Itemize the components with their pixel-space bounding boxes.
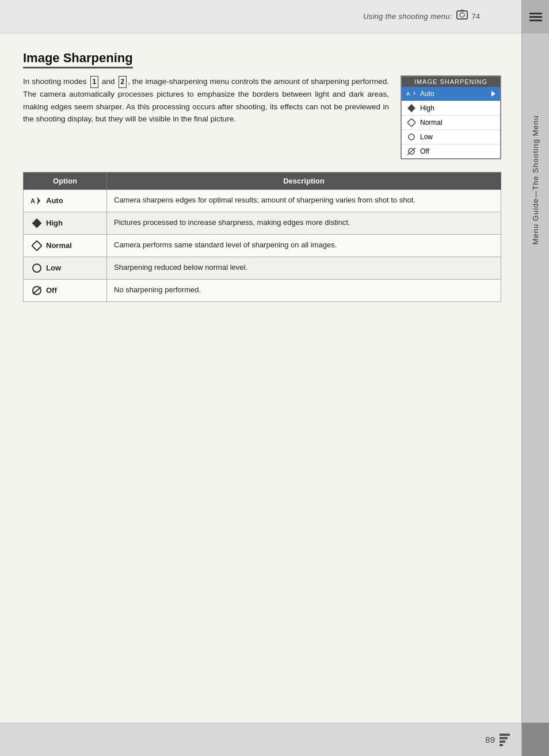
svg-point-14 <box>33 264 41 272</box>
camera-menu-label-off: Off <box>420 147 429 155</box>
header-bar: Using the shooting menu: 74 <box>0 0 549 33</box>
mode-1-badge: 1 <box>90 76 99 88</box>
svg-rect-6 <box>407 119 415 127</box>
table-low-icon <box>30 262 43 274</box>
camera-menu-item-high: High <box>402 101 500 116</box>
main-content: Image Sharpening In shooting modes 1 and… <box>0 33 521 723</box>
option-cell-normal: Normal <box>24 235 107 257</box>
option-label-low: Low <box>46 262 61 274</box>
table-auto-icon: A <box>30 194 43 207</box>
svg-text:A: A <box>406 91 410 97</box>
auto-icon: A <box>406 89 417 99</box>
table-row: Normal Camera performs same standard lev… <box>24 235 501 257</box>
svg-rect-12 <box>32 219 42 228</box>
sidebar-label: Menu Guide—The Shooting Menu <box>522 115 549 245</box>
table-row: A Auto Camera sharpens edges for optimal… <box>24 190 501 212</box>
svg-point-7 <box>409 134 414 140</box>
svg-rect-1 <box>460 10 464 12</box>
desc-cell-off: No sharpening performed. <box>107 280 501 302</box>
camera-menu-label-auto: Auto <box>420 90 434 98</box>
option-label-off: Off <box>46 285 57 296</box>
table-off-icon <box>30 284 43 297</box>
camera-menu-label-normal: Normal <box>420 119 443 127</box>
footer-bar: 89 <box>0 723 521 756</box>
option-cell-auto: A Auto <box>24 190 107 212</box>
arrow-right-icon <box>491 91 495 97</box>
camera-menu-label-high: High <box>420 104 434 112</box>
camera-menu-item-off: Off <box>402 144 500 158</box>
table-row: Off No sharpening performed. <box>24 280 501 302</box>
camera-menu-item-auto: A Auto <box>402 87 500 101</box>
mode-2-badge: 2 <box>119 76 127 88</box>
option-cell-high: High <box>24 212 107 235</box>
svg-marker-4 <box>413 91 415 96</box>
low-icon <box>406 132 417 142</box>
section-title: Image Sharpening <box>23 51 133 68</box>
options-table: Option Description A Auto <box>23 172 501 302</box>
option-cell-off: Off <box>24 280 107 302</box>
svg-rect-13 <box>32 241 42 251</box>
option-cell-low: Low <box>24 257 107 280</box>
desc-cell-auto: Camera sharpens edges for optimal result… <box>107 190 501 212</box>
table-row: Low Sharpening reduced below normal leve… <box>24 257 501 280</box>
desc-cell-high: Pictures processed to increase sharpness… <box>107 212 501 235</box>
desc-cell-low: Sharpening reduced below normal level. <box>107 257 501 280</box>
camera-menu-item-low: Low <box>402 130 500 144</box>
right-sidebar: Menu Guide—The Shooting Menu <box>521 0 549 756</box>
svg-rect-0 <box>457 11 467 19</box>
menu-lines-icon <box>529 13 542 21</box>
sidebar-top <box>522 0 549 33</box>
svg-text:A: A <box>30 197 35 204</box>
header-page-num: 74 <box>472 12 480 21</box>
header-text: Using the shooting menu: <box>363 12 452 21</box>
table-normal-icon <box>30 239 43 252</box>
camera-menu-title: IMAGE SHARPENING <box>402 77 500 87</box>
normal-icon <box>406 117 417 128</box>
option-label-high: High <box>46 217 63 229</box>
table-row: High Pictures processed to increase shar… <box>24 212 501 235</box>
table-high-icon <box>30 217 43 230</box>
camera-menu-label-low: Low <box>420 133 433 141</box>
high-icon <box>406 103 417 113</box>
off-icon <box>406 146 417 156</box>
sidebar-bottom <box>522 723 549 756</box>
camera-menu-item-normal: Normal <box>402 116 500 130</box>
intro-text: In shooting modes 1 and 2, the image-sha… <box>23 75 389 159</box>
desc-cell-normal: Camera performs same standard level of s… <box>107 235 501 257</box>
svg-rect-5 <box>407 104 415 112</box>
page-lines-icon <box>500 734 510 746</box>
option-label-normal: Normal <box>46 240 72 251</box>
footer-page-num: 89 <box>485 735 495 744</box>
col-header-description: Description <box>107 173 501 190</box>
option-label-auto: Auto <box>46 195 63 207</box>
col-header-option: Option <box>24 173 107 190</box>
svg-marker-11 <box>37 197 40 205</box>
camera-menu-screenshot: IMAGE SHARPENING A Auto <box>401 75 501 159</box>
shooting-menu-icon <box>456 10 468 21</box>
svg-point-2 <box>460 13 464 17</box>
intro-block: In shooting modes 1 and 2, the image-sha… <box>23 75 501 159</box>
